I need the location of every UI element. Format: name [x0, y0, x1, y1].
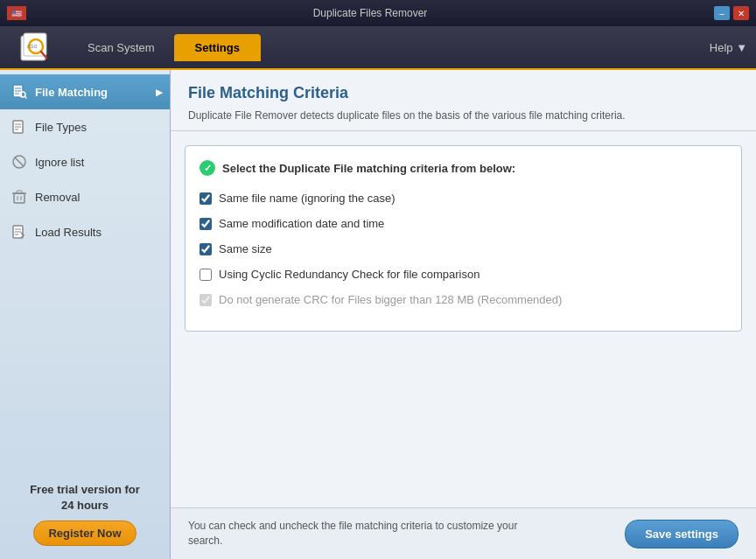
- promo-section: Free trial version for 24 hours Register…: [0, 469, 170, 559]
- title-bar: 🇺🇸 Duplicate Files Remover – ✕: [0, 0, 756, 26]
- save-settings-button[interactable]: Save settings: [625, 520, 738, 549]
- content-footer: You can check and uncheck the file match…: [171, 507, 756, 559]
- checkbox-same-mod-date-input[interactable]: [200, 218, 212, 230]
- close-button[interactable]: ✕: [733, 6, 749, 20]
- window-title: Duplicate Files Remover: [26, 7, 714, 19]
- scan-system-tab[interactable]: Scan System: [70, 34, 172, 61]
- nav-tabs: Scan System Settings: [70, 34, 710, 61]
- content-title: File Matching Criteria: [188, 84, 738, 102]
- content-area: File Matching Criteria Duplicate File Re…: [171, 70, 756, 559]
- sidebar-item-ignore-list[interactable]: Ignore list: [0, 144, 170, 179]
- svg-rect-17: [14, 193, 24, 203]
- promo-text: Free trial version for 24 hours: [13, 482, 157, 514]
- sidebar-item-label: File Types: [35, 121, 87, 134]
- checkbox-same-name-input[interactable]: [200, 192, 212, 205]
- register-button[interactable]: Register Now: [33, 521, 136, 546]
- svg-text:aso: aso: [27, 43, 37, 49]
- help-menu[interactable]: Help ▼: [710, 41, 747, 54]
- svg-line-10: [24, 96, 26, 98]
- sidebar-item-label: Removal: [35, 191, 80, 204]
- sidebar: File Matching File Types Ignore list: [0, 70, 171, 559]
- minimize-button[interactable]: –: [714, 6, 730, 20]
- footer-text: You can check and uncheck the file match…: [188, 519, 538, 549]
- criteria-header-text: Select the Duplicate File matching crite…: [222, 162, 515, 175]
- nav-bar: aso Scan System Settings Help ▼: [0, 26, 756, 70]
- svg-line-16: [15, 157, 24, 166]
- checkbox-same-name-label: Same file name (ignoring the case): [219, 192, 396, 205]
- green-check-icon: ✓: [200, 160, 215, 176]
- svg-rect-19: [17, 191, 22, 193]
- checkbox-same-mod-date-label: Same modification date and time: [219, 217, 384, 230]
- sidebar-item-label: File Matching: [35, 86, 108, 99]
- sidebar-item-file-matching[interactable]: File Matching: [0, 74, 170, 109]
- criteria-header: ✓ Select the Duplicate File matching cri…: [200, 160, 727, 176]
- main-layout: File Matching File Types Ignore list: [0, 70, 756, 559]
- ignore-list-icon: [10, 153, 28, 171]
- load-results-icon: [10, 223, 28, 241]
- window-controls: – ✕: [714, 6, 749, 20]
- checkbox-same-name: Same file name (ignoring the case): [200, 190, 727, 206]
- app-logo: aso: [9, 28, 61, 67]
- checkbox-crc-input[interactable]: [200, 269, 212, 281]
- criteria-box: ✓ Select the Duplicate File matching cri…: [185, 145, 742, 332]
- checkbox-same-size: Same size: [200, 241, 727, 257]
- content-description: Duplicate File Remover detects duplicate…: [188, 109, 738, 122]
- sidebar-item-load-results[interactable]: Load Results: [0, 214, 170, 249]
- sidebar-item-removal[interactable]: Removal: [0, 179, 170, 214]
- settings-tab[interactable]: Settings: [174, 34, 261, 61]
- checkbox-same-size-label: Same size: [219, 242, 272, 255]
- file-types-icon: [10, 118, 28, 136]
- file-matching-icon: [10, 83, 28, 101]
- removal-icon: [10, 188, 28, 206]
- checkbox-same-size-input[interactable]: [200, 243, 212, 255]
- checkbox-no-crc-large-label: Do not generate CRC for Files bigger tha…: [219, 293, 562, 306]
- content-header: File Matching Criteria Duplicate File Re…: [171, 70, 756, 131]
- flag-icon: 🇺🇸: [7, 6, 26, 20]
- checkbox-crc-label: Using Cyclic Redundancy Check for file c…: [219, 268, 480, 281]
- content-body: ✓ Select the Duplicate File matching cri…: [171, 131, 756, 507]
- checkbox-no-crc-large-input: [200, 294, 212, 306]
- checkbox-crc: Using Cyclic Redundancy Check for file c…: [200, 266, 727, 283]
- sidebar-item-label: Load Results: [35, 226, 102, 239]
- checkbox-no-crc-large: Do not generate CRC for Files bigger tha…: [200, 291, 727, 308]
- sidebar-item-file-types[interactable]: File Types: [0, 109, 170, 144]
- sidebar-item-label: Ignore list: [35, 156, 84, 169]
- checkbox-same-mod-date: Same modification date and time: [200, 215, 727, 232]
